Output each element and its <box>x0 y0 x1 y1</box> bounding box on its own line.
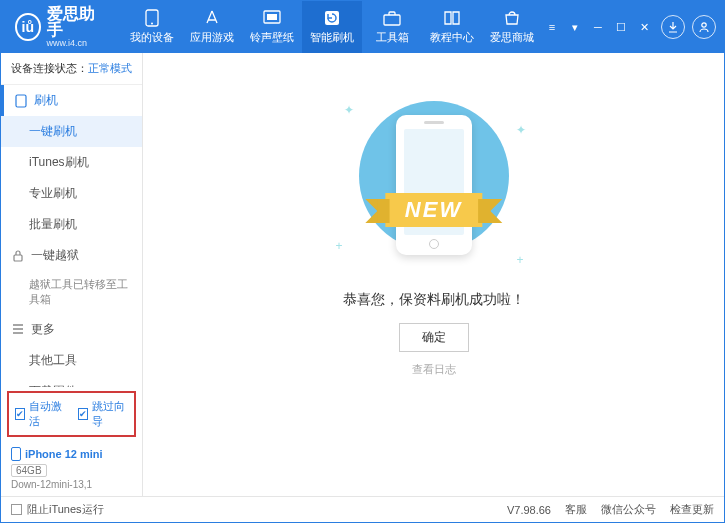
sidebar-menu: 刷机 一键刷机 iTunes刷机 专业刷机 批量刷机 一键越狱 越狱工具已转移至… <box>1 85 142 387</box>
sparkle-icon: + <box>516 253 523 267</box>
sidebar: 设备连接状态：正常模式 刷机 一键刷机 iTunes刷机 专业刷机 批量刷机 一… <box>1 53 143 496</box>
close-button[interactable]: ✕ <box>634 18 654 36</box>
nav-label: 应用游戏 <box>190 30 234 45</box>
confirm-button[interactable]: 确定 <box>399 323 469 352</box>
new-ribbon: NEW <box>385 193 482 227</box>
svg-rect-5 <box>384 15 400 25</box>
menu-lines-icon <box>11 322 25 336</box>
sidebar-flash-header[interactable]: 刷机 <box>1 85 142 116</box>
titlebar: iů 爱思助手 www.i4.cn 我的设备 应用游戏 铃声壁纸 智能刷机 <box>1 1 724 53</box>
nav-label: 工具箱 <box>376 30 409 45</box>
nav-smart-flash[interactable]: 智能刷机 <box>302 1 362 53</box>
nav-label: 铃声壁纸 <box>250 30 294 45</box>
store-icon <box>503 9 521 27</box>
sidebar-jailbreak-header[interactable]: 一键越狱 <box>1 240 142 271</box>
maximize-button[interactable]: ☐ <box>611 18 631 36</box>
footer-right: V7.98.66 客服 微信公众号 检查更新 <box>507 502 714 517</box>
sparkle-icon: ✦ <box>344 103 354 117</box>
options-highlight-box: ✔ 自动激活 ✔ 跳过向导 <box>7 391 136 437</box>
phone-flash-icon <box>14 94 28 108</box>
footer-bar: 阻止iTunes运行 V7.98.66 客服 微信公众号 检查更新 <box>1 496 724 522</box>
device-panel[interactable]: iPhone 12 mini 64GB Down-12mini-13,1 <box>1 441 142 496</box>
flash-header-label: 刷机 <box>34 92 58 109</box>
minimize-button[interactable]: ─ <box>588 18 608 36</box>
sidebar-item-oneclick-flash[interactable]: 一键刷机 <box>1 116 142 147</box>
user-button[interactable] <box>692 15 716 39</box>
sparkle-icon: ✦ <box>516 123 526 137</box>
nav-store[interactable]: 爱思商城 <box>482 1 542 53</box>
nav-label: 教程中心 <box>430 30 474 45</box>
success-message: 恭喜您，保资料刷机成功啦！ <box>343 291 525 309</box>
refresh-icon <box>323 9 341 27</box>
brand-url: www.i4.cn <box>47 38 104 48</box>
content-area: ✦ ✦ + + NEW 恭喜您，保资料刷机成功啦！ 确定 查看日志 <box>143 53 724 496</box>
block-itunes-label: 阻止iTunes运行 <box>27 502 104 517</box>
device-storage: 64GB <box>11 464 47 477</box>
sidebar-item-download-firmware[interactable]: 下载固件 <box>1 376 142 387</box>
nav-ringtones[interactable]: 铃声壁纸 <box>242 1 302 53</box>
jailbreak-header-label: 一键越狱 <box>31 247 79 264</box>
status-label: 设备连接状态： <box>11 62 88 74</box>
book-icon <box>443 9 461 27</box>
connection-status: 设备连接状态：正常模式 <box>1 53 142 85</box>
main-body: 设备连接状态：正常模式 刷机 一键刷机 iTunes刷机 专业刷机 批量刷机 一… <box>1 53 724 496</box>
sidebar-item-pro-flash[interactable]: 专业刷机 <box>1 178 142 209</box>
view-log-link[interactable]: 查看日志 <box>412 362 456 377</box>
nav-label: 智能刷机 <box>310 30 354 45</box>
nav-tutorials[interactable]: 教程中心 <box>422 1 482 53</box>
device-name: iPhone 12 mini <box>25 448 103 460</box>
sparkle-icon: + <box>336 239 343 253</box>
skip-guide-label: 跳过向导 <box>92 399 128 429</box>
auto-activate-checkbox[interactable]: ✔ 自动激活 <box>15 399 66 429</box>
footer-support-link[interactable]: 客服 <box>565 502 587 517</box>
nav-my-device[interactable]: 我的设备 <box>122 1 182 53</box>
more-header-label: 更多 <box>31 321 55 338</box>
logo-icon: iů <box>15 13 41 41</box>
brand-title: 爱思助手 <box>47 6 104 38</box>
svg-rect-3 <box>267 14 277 20</box>
footer-wechat-link[interactable]: 微信公众号 <box>601 502 656 517</box>
device-phone-icon <box>11 447 21 461</box>
sidebar-item-other-tools[interactable]: 其他工具 <box>1 345 142 376</box>
checkbox-unchecked-icon <box>11 504 22 515</box>
nav-label: 我的设备 <box>130 30 174 45</box>
svg-rect-8 <box>14 255 22 261</box>
top-nav: 我的设备 应用游戏 铃声壁纸 智能刷机 工具箱 教程中心 <box>122 1 542 53</box>
svg-point-6 <box>702 23 706 27</box>
block-itunes-checkbox[interactable]: 阻止iTunes运行 <box>11 502 104 517</box>
svg-rect-7 <box>16 95 26 107</box>
jailbreak-note: 越狱工具已转移至工具箱 <box>1 271 142 314</box>
footer-update-link[interactable]: 检查更新 <box>670 502 714 517</box>
checkbox-checked-icon: ✔ <box>78 408 88 420</box>
wallpaper-icon <box>263 9 281 27</box>
svg-rect-9 <box>12 448 21 461</box>
sidebar-item-itunes-flash[interactable]: iTunes刷机 <box>1 147 142 178</box>
version-text: V7.98.66 <box>507 504 551 516</box>
lock-icon <box>11 249 25 263</box>
phone-icon <box>143 9 161 27</box>
device-sub: Down-12mini-13,1 <box>11 479 132 490</box>
app-window: iů 爱思助手 www.i4.cn 我的设备 应用游戏 铃声壁纸 智能刷机 <box>0 0 725 523</box>
pin-button[interactable]: ▾ <box>565 18 585 36</box>
menu-button[interactable]: ≡ <box>542 18 562 36</box>
phone-illustration-icon <box>396 115 472 255</box>
auto-activate-label: 自动激活 <box>29 399 65 429</box>
download-button[interactable] <box>661 15 685 39</box>
status-mode: 正常模式 <box>88 62 132 74</box>
logo-section: iů 爱思助手 www.i4.cn <box>1 6 122 48</box>
checkbox-checked-icon: ✔ <box>15 408 25 420</box>
nav-label: 爱思商城 <box>490 30 534 45</box>
toolbox-icon <box>383 9 401 27</box>
nav-toolbox[interactable]: 工具箱 <box>362 1 422 53</box>
sidebar-item-batch-flash[interactable]: 批量刷机 <box>1 209 142 240</box>
skip-guide-checkbox[interactable]: ✔ 跳过向导 <box>78 399 129 429</box>
window-controls: ≡ ▾ ─ ☐ ✕ <box>542 15 724 39</box>
nav-apps-games[interactable]: 应用游戏 <box>182 1 242 53</box>
device-name-row: iPhone 12 mini <box>11 447 132 461</box>
success-illustration: ✦ ✦ + + NEW <box>324 93 544 273</box>
sidebar-more-header[interactable]: 更多 <box>1 314 142 345</box>
apps-icon <box>203 9 221 27</box>
svg-point-1 <box>151 23 153 25</box>
